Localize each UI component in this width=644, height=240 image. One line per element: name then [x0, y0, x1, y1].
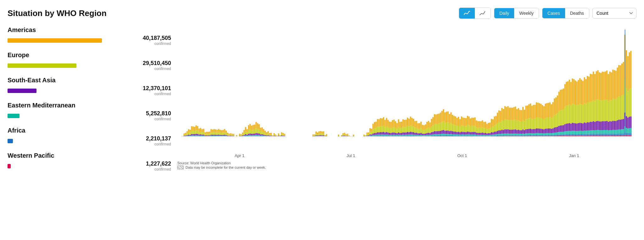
- svg-rect-1402: [611, 121, 612, 130]
- svg-rect-34: [192, 135, 194, 136]
- svg-rect-1052: [524, 135, 525, 136]
- chart-type-smooth-button[interactable]: [459, 8, 475, 19]
- svg-rect-609: [413, 135, 414, 136]
- svg-rect-396: [344, 133, 345, 134]
- svg-rect-1338: [594, 74, 596, 101]
- svg-rect-946: [497, 131, 498, 134]
- svg-rect-1178: [555, 135, 557, 136]
- svg-rect-374: [323, 131, 324, 134]
- weekly-button[interactable]: Weekly: [514, 8, 539, 18]
- svg-rect-512: [389, 136, 390, 136]
- svg-rect-743: [446, 123, 447, 131]
- svg-rect-694: [434, 131, 435, 134]
- chart-type-straight-button[interactable]: [475, 8, 491, 19]
- svg-rect-838: [470, 132, 471, 135]
- svg-rect-506: [387, 136, 389, 136]
- svg-rect-162: [227, 136, 228, 136]
- svg-rect-1407: [612, 130, 613, 134]
- svg-rect-668: [428, 136, 429, 136]
- deaths-button[interactable]: Deaths: [565, 8, 589, 18]
- svg-rect-626: [417, 136, 419, 136]
- svg-rect-342: [314, 136, 315, 136]
- svg-rect-295: [269, 136, 270, 136]
- svg-rect-642: [420, 122, 422, 128]
- svg-rect-113: [214, 136, 215, 136]
- svg-rect-437: [369, 132, 371, 134]
- svg-rect-392: [342, 133, 344, 135]
- svg-rect-92: [208, 135, 209, 136]
- svg-rect-701: [436, 124, 437, 131]
- svg-rect-854: [475, 136, 476, 136]
- svg-rect-1481: [630, 88, 631, 116]
- svg-rect-1106: [537, 135, 539, 136]
- svg-rect-814: [464, 132, 465, 134]
- svg-rect-1382: [606, 134, 608, 135]
- svg-rect-255: [257, 123, 258, 129]
- svg-rect-662: [426, 136, 428, 136]
- svg-rect-1299: [585, 131, 586, 134]
- svg-rect-761: [450, 123, 452, 131]
- svg-rect-52: [197, 135, 198, 136]
- svg-rect-1406: [612, 134, 613, 135]
- svg-rect-940: [495, 132, 497, 134]
- svg-rect-1041: [521, 134, 522, 135]
- svg-rect-426: [366, 134, 368, 135]
- svg-rect-954: [498, 110, 500, 122]
- svg-rect-281: [264, 136, 266, 136]
- svg-rect-599: [410, 125, 411, 132]
- svg-rect-23: [190, 135, 191, 136]
- region-bar: [8, 139, 13, 143]
- svg-rect-788: [458, 136, 459, 136]
- svg-rect-1050: [522, 107, 524, 120]
- svg-rect-1364: [602, 134, 603, 135]
- svg-rect-1114: [539, 128, 540, 133]
- svg-rect-1352: [599, 134, 600, 135]
- svg-rect-910: [488, 133, 489, 135]
- svg-rect-938: [495, 136, 497, 136]
- svg-rect-1320: [590, 74, 591, 101]
- svg-rect-744: [446, 112, 447, 123]
- svg-rect-256: [258, 136, 260, 137]
- svg-rect-258: [258, 135, 260, 136]
- cases-button[interactable]: Cases: [542, 8, 565, 18]
- svg-rect-1129: [543, 136, 545, 136]
- svg-rect-597: [410, 134, 411, 136]
- svg-rect-791: [458, 125, 459, 132]
- svg-rect-646: [422, 134, 423, 135]
- svg-rect-985: [507, 136, 508, 136]
- svg-rect-1179: [555, 133, 557, 135]
- svg-rect-807: [462, 134, 464, 136]
- region-bar-row: 40,187,505 confirmed: [8, 35, 171, 46]
- svg-rect-299: [270, 136, 272, 136]
- svg-rect-875: [479, 128, 480, 133]
- svg-rect-1467: [627, 128, 629, 133]
- scale-select[interactable]: Count Per capita: [592, 8, 636, 19]
- svg-rect-600: [410, 117, 411, 125]
- svg-rect-1161: [551, 133, 552, 135]
- svg-rect-351: [317, 136, 318, 136]
- svg-rect-155: [224, 129, 225, 132]
- svg-rect-509: [387, 127, 389, 133]
- svg-rect-570: [402, 119, 404, 127]
- svg-rect-967: [503, 136, 504, 136]
- svg-rect-778: [455, 132, 456, 134]
- svg-rect-1405: [612, 135, 613, 136]
- svg-rect-762: [450, 112, 452, 123]
- svg-rect-1148: [548, 135, 549, 136]
- svg-rect-1345: [597, 135, 598, 136]
- svg-rect-550: [398, 132, 399, 134]
- svg-rect-641: [420, 128, 422, 133]
- daily-button[interactable]: Daily: [494, 8, 514, 18]
- svg-rect-672: [428, 121, 429, 128]
- svg-rect-1252: [573, 123, 575, 131]
- svg-rect-747: [447, 134, 449, 135]
- svg-rect-687: [432, 134, 434, 136]
- svg-rect-153: [224, 135, 225, 136]
- svg-rect-1049: [522, 120, 524, 129]
- svg-rect-528: [392, 120, 393, 127]
- svg-rect-745: [447, 136, 449, 136]
- svg-rect-699: [436, 134, 437, 135]
- svg-rect-1446: [621, 63, 623, 95]
- region-confirmed-label: confirmed: [133, 92, 171, 96]
- svg-rect-904: [486, 134, 488, 135]
